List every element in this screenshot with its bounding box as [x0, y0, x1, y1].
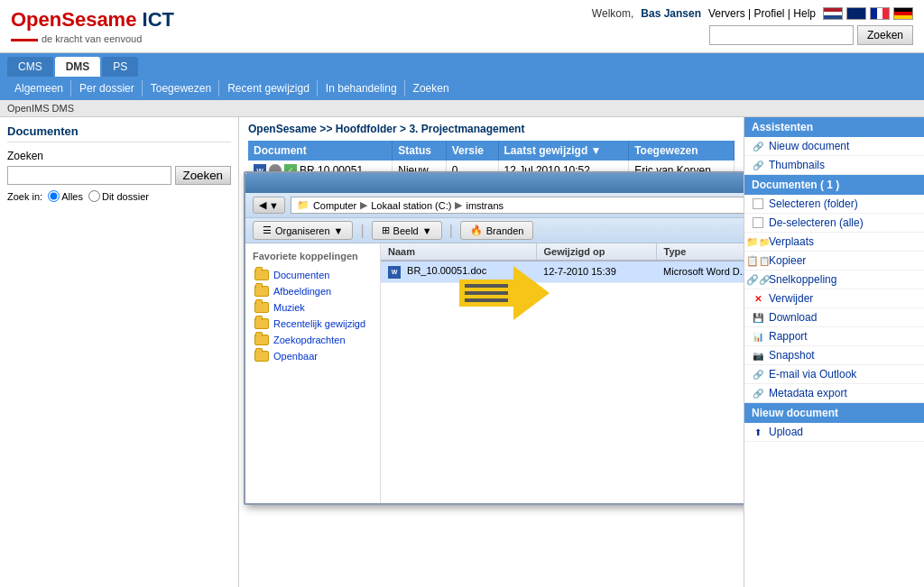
main-layout: Documenten Zoeken Zoeken Zoek in: Alles … — [0, 117, 924, 587]
nav-recent-gewijzigd[interactable]: Recent gewijzigd — [220, 80, 318, 96]
beeld-icon: ⊞ — [382, 225, 390, 236]
zoek-in-alles-radio[interactable] — [48, 190, 60, 202]
left-search-button[interactable]: Zoeken — [175, 166, 231, 185]
sidebar-recentelijk[interactable]: Recentelijk gewijzigd — [253, 316, 373, 332]
thumbnails-item[interactable]: 🔗 Thumbnails — [744, 156, 924, 175]
deselecteren-item[interactable]: De-selecteren (alle) — [744, 214, 924, 233]
verplaats-label: Verplaats — [769, 235, 814, 248]
nav-in-behandeling[interactable]: In behandeling — [319, 80, 405, 96]
arrow-head — [513, 266, 550, 320]
assistenten-header: Assistenten — [744, 117, 924, 137]
documenten-header: Documenten ( 1 ) — [744, 175, 924, 195]
sidebar-zoekopdrachten[interactable]: Zoekopdrachten — [253, 332, 373, 348]
beeld-label: Beeld — [393, 225, 419, 236]
snelkoppeling-label: Snelkoppeling — [769, 273, 836, 286]
branden-label: Branden — [486, 225, 524, 236]
file-dialog: _ □ ✕ ◀ ▼ 📁 Computer ▶ Lokaal station (C… — [244, 171, 744, 505]
nav-per-dossier[interactable]: Per dossier — [72, 80, 143, 96]
metadata-item[interactable]: 🔗 Metadata export — [744, 384, 924, 403]
files-col-type: Type — [656, 243, 744, 261]
sidebar-documenten-label: Documenten — [273, 270, 329, 280]
kopieer-item[interactable]: 📋 Kopieer — [744, 252, 924, 271]
folder-icon — [254, 270, 269, 280]
zoek-in-dit-dossier[interactable]: Dit dossier — [88, 190, 149, 202]
download-icon: 💾 — [752, 311, 764, 324]
kopieer-label: Kopieer — [769, 254, 806, 267]
sidebar-afbeeldingen[interactable]: Afbeeldingen — [253, 283, 373, 299]
deselecteren-label: De-selecteren (alle) — [769, 216, 864, 229]
files-table: Naam Gewijzigd op Type Grootte Labels W — [381, 243, 744, 283]
upload-item[interactable]: ⬆ Upload — [744, 423, 924, 442]
dialog-toolbar: ◀ ▼ 📁 Computer ▶ Lokaal station (C:) ▶ i… — [245, 193, 744, 218]
sidebar-afbeeldingen-label: Afbeeldingen — [273, 286, 331, 297]
beeld-btn[interactable]: ⊞ Beeld ▼ — [372, 221, 442, 240]
nav-toegewezen[interactable]: Toegewezen — [143, 80, 219, 96]
left-search-input[interactable] — [7, 166, 171, 185]
nav-links: Ververs | Profiel | Help — [708, 7, 816, 20]
path-arrow-1: ▶ — [360, 199, 367, 211]
path-bar: 📁 Computer ▶ Lokaal station (C:) ▶ imstr… — [291, 197, 744, 214]
tab-cms[interactable]: CMS — [7, 57, 53, 77]
action-divider-2: | — [449, 223, 453, 239]
path-lokaal: Lokaal station (C:) — [371, 200, 451, 211]
sidebar-title: Favoriete koppelingen — [253, 251, 373, 261]
snapshot-label: Snapshot — [769, 349, 815, 362]
file-word-icon: W — [388, 266, 401, 279]
header-right: Welkom, Bas Jansen Ververs | Profiel | H… — [592, 7, 913, 45]
nav-zoeken[interactable]: Zoeken — [406, 80, 457, 96]
download-item[interactable]: 💾 Download — [744, 308, 924, 327]
flag-en[interactable] — [846, 7, 866, 20]
sidebar-recentelijk-label: Recentelijk gewijzigd — [273, 318, 365, 329]
checkbox-icon — [753, 198, 763, 209]
sidebar-openbaar[interactable]: Openbaar — [253, 348, 373, 364]
rapport-item[interactable]: 📊 Rapport — [744, 327, 924, 346]
arrow-indicator — [459, 266, 550, 320]
flag-nl[interactable] — [823, 7, 843, 20]
sidebar-documenten[interactable]: Documenten — [253, 267, 373, 283]
zoek-in-alles[interactable]: Alles — [48, 190, 83, 202]
checkbox-deselect-icon — [753, 217, 763, 228]
snelkoppeling-item[interactable]: 🔗 Snelkoppeling — [744, 271, 924, 289]
organiseren-arrow: ▼ — [334, 225, 344, 236]
branden-btn[interactable]: 🔥 Branden — [460, 221, 534, 240]
nav-bar: Algemeen Per dossier Toegewezen Recent g… — [0, 77, 924, 100]
sidebar-muziek[interactable]: Muziek — [253, 299, 373, 316]
verwijder-item[interactable]: ✕ Verwijder — [744, 289, 924, 308]
zoek-in-label: Zoek in: — [7, 191, 42, 202]
verplaats-item[interactable]: 📁 Verplaats — [744, 233, 924, 252]
dialog-titlebar: _ □ ✕ — [245, 173, 744, 193]
selecteren-folder-item[interactable]: Selecteren (folder) — [744, 195, 924, 214]
thumbnails-label: Thumbnails — [769, 159, 825, 171]
file-row[interactable]: W BR_10.00051.doc 12-7-2010 15:39 Micros… — [381, 261, 744, 282]
left-search-row: Zoeken — [7, 166, 231, 185]
organiseren-btn[interactable]: ☰ Organiseren ▼ — [253, 221, 353, 240]
header-search-input[interactable] — [709, 25, 854, 45]
file-modified: 12-7-2010 15:39 — [536, 261, 656, 282]
flag-fr[interactable] — [870, 7, 890, 20]
arrow-line-2 — [465, 291, 508, 295]
sidebar-zoekopdrachten-label: Zoekopdrachten — [273, 335, 346, 345]
folder-icon — [254, 335, 269, 345]
center-panel: OpenSesame >> Hoofdfolder > 3. Projectma… — [239, 117, 744, 587]
col-toegewezen: Toegewezen — [629, 141, 735, 161]
snapshot-item[interactable]: 📷 Snapshot — [744, 346, 924, 365]
tab-bar: CMS DMS PS — [0, 53, 924, 77]
selecteren-folder-label: Selecteren (folder) — [769, 197, 858, 210]
tab-ps[interactable]: PS — [102, 57, 138, 77]
dialog-sidebar: Favoriete koppelingen Documenten Afbeeld… — [245, 243, 381, 503]
zoek-in-dit-dossier-radio[interactable] — [88, 190, 100, 202]
new-doc-icon: 🔗 — [752, 140, 764, 152]
nieuw-document-label: Nieuw document — [769, 140, 849, 152]
nav-algemeen[interactable]: Algemeen — [7, 80, 71, 96]
dialog-back-btn[interactable]: ◀ ▼ — [253, 197, 285, 214]
help-link[interactable]: Help — [793, 7, 816, 20]
flag-de[interactable] — [893, 7, 913, 20]
ververs-link[interactable]: Ververs — [708, 7, 745, 20]
header-search-button[interactable]: Zoeken — [857, 25, 913, 45]
doc-path: OpenSesame >> Hoofdfolder > 3. Projectma… — [248, 123, 735, 135]
nieuw-document-item[interactable]: 🔗 Nieuw document — [744, 137, 924, 156]
tab-dms[interactable]: DMS — [55, 57, 101, 77]
breadcrumb: OpenIMS DMS — [0, 100, 924, 117]
profiel-link[interactable]: Profiel — [754, 7, 785, 20]
email-item[interactable]: 🔗 E-mail via Outlook — [744, 365, 924, 384]
